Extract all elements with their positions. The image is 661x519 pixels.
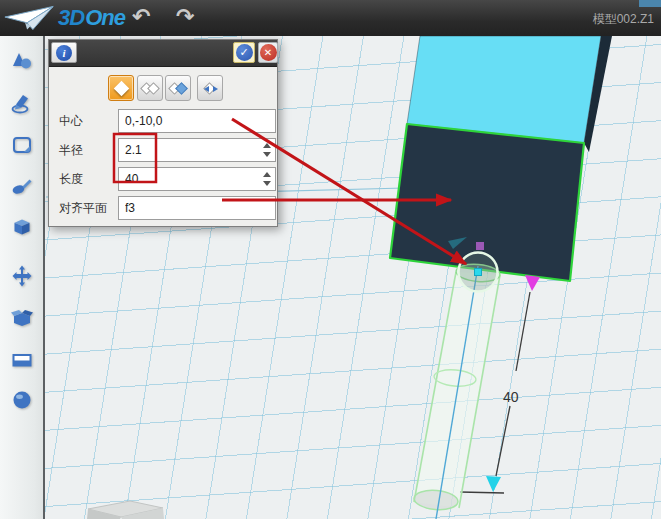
document-title: 模型002.Z1	[593, 11, 654, 28]
center-input[interactable]	[118, 109, 276, 133]
boolean-mode-row	[49, 75, 279, 101]
boolean-intersect-button[interactable]	[197, 75, 223, 101]
length-field-row: 长度	[49, 167, 279, 191]
length-stepper[interactable]	[263, 171, 272, 187]
radius-input[interactable]	[118, 138, 276, 162]
boolean-base-button[interactable]	[108, 75, 134, 101]
length-input[interactable]	[118, 167, 276, 191]
close-button[interactable]: ✕	[258, 42, 278, 63]
info-icon: i	[56, 45, 72, 61]
title-bar: 3DOne ↶ ↷ 模型002.Z1	[0, 0, 661, 36]
confirm-button[interactable]: ✓	[233, 42, 255, 63]
cylinder-dialog: i ✓ ✕	[48, 39, 278, 227]
align-plane-field-row: 对齐平面	[49, 196, 279, 220]
radius-label: 半径	[59, 138, 83, 162]
boolean-subtract-button[interactable]	[165, 75, 191, 101]
diamond-icon	[113, 80, 129, 96]
primitives-icon[interactable]	[10, 50, 34, 74]
corner-tab	[639, 0, 661, 7]
center-label: 中心	[59, 109, 83, 133]
close-icon: ✕	[260, 44, 277, 61]
solid-icon[interactable]	[10, 216, 34, 240]
logo-text: 3DOne	[58, 5, 125, 31]
material-icon[interactable]	[10, 388, 34, 412]
deform-icon[interactable]	[10, 174, 34, 198]
paper-plane-icon	[2, 3, 56, 33]
radius-stepper[interactable]	[263, 142, 272, 158]
center-field-row: 中心	[49, 109, 279, 133]
boolean-add-button[interactable]	[137, 75, 163, 101]
info-button[interactable]: i	[51, 42, 77, 63]
app-logo: 3DOne	[2, 3, 125, 33]
undo-icon[interactable]: ↶	[132, 3, 150, 31]
combine-icon[interactable]	[10, 306, 34, 330]
tool-sidebar	[0, 36, 45, 519]
sketch-plane-icon[interactable]	[10, 133, 34, 157]
radius-field-row: 半径	[49, 138, 279, 162]
3done-app-window: 3DOne ↶ ↷ 模型002.Z1	[0, 0, 661, 519]
move-icon[interactable]	[10, 264, 34, 288]
check-icon: ✓	[236, 44, 253, 61]
intersect-arrows-icon	[204, 86, 218, 92]
sketch-icon[interactable]	[10, 91, 34, 115]
dialog-titlebar[interactable]: i ✓ ✕	[49, 40, 277, 67]
align-plane-label: 对齐平面	[59, 196, 107, 220]
redo-icon[interactable]: ↷	[176, 3, 194, 31]
length-label: 长度	[59, 167, 83, 191]
section-icon[interactable]	[10, 348, 34, 372]
align-plane-input[interactable]	[118, 196, 276, 220]
